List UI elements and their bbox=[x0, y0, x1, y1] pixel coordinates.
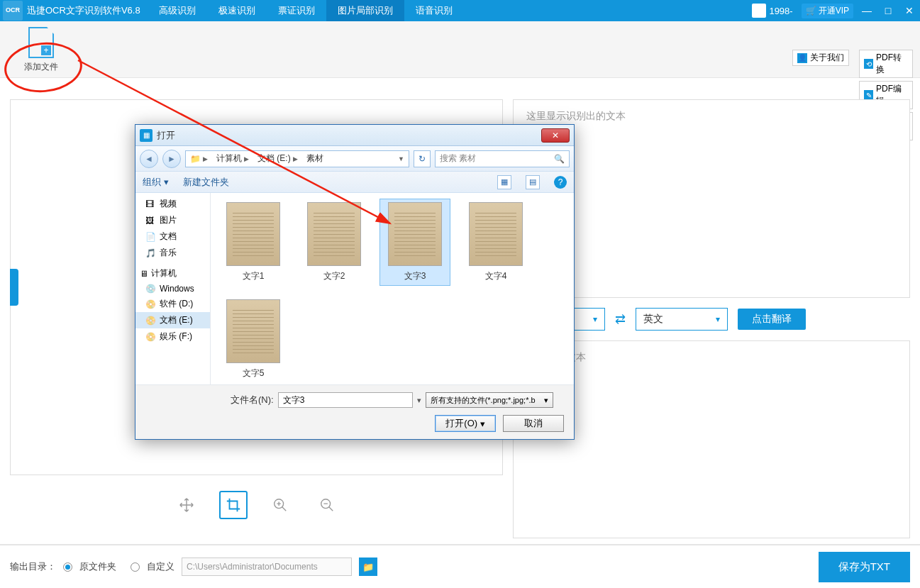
side-handle[interactable] bbox=[10, 269, 18, 306]
app-logo-icon: OCR bbox=[3, 1, 23, 21]
file-item[interactable]: 文字5 bbox=[218, 296, 289, 383]
about-button[interactable]: 👤 关于我们 bbox=[792, 50, 849, 66]
dialog-toolbar: 组织 ▾ 新建文件夹 ▦ ▤ ? bbox=[135, 172, 574, 193]
output-dir-label: 输出目录： bbox=[10, 560, 56, 573]
tab-fast[interactable]: 极速识别 bbox=[207, 0, 267, 21]
file-name: 文字3 bbox=[383, 270, 447, 282]
target-lang-select[interactable]: 英文▾ bbox=[636, 308, 728, 331]
target-lang-label: 英文 bbox=[643, 313, 663, 326]
file-filter-combo[interactable]: 所有支持的文件(*.png;*.jpg;*.b▾ bbox=[426, 392, 553, 408]
sidebar-group-computer[interactable]: 🖥计算机 bbox=[135, 265, 210, 282]
chevron-down-icon: ▾ bbox=[593, 314, 597, 324]
preview-tools bbox=[10, 491, 503, 519]
file-item[interactable]: 文字2 bbox=[299, 199, 370, 286]
save-txt-button[interactable]: 保存为TXT bbox=[819, 552, 910, 582]
file-open-dialog: ▦ 打开 ✕ ◄ ► 📁▶ 计算机▶ 文档 (E:)▶ 素材 ▼ ↻ 搜索 素材… bbox=[135, 124, 575, 440]
cart-icon: 🛒 bbox=[806, 6, 816, 16]
view-mode-button[interactable]: ▦ bbox=[497, 175, 511, 189]
sidebar-drive-d[interactable]: 📀软件 (D:) bbox=[135, 296, 210, 312]
pdf-convert-button[interactable]: ⟲PDF转换 bbox=[859, 50, 913, 78]
organize-menu[interactable]: 组织 ▾ bbox=[143, 176, 169, 189]
dialog-cancel-button[interactable]: 取消 bbox=[503, 415, 564, 432]
zoom-out-tool[interactable] bbox=[313, 491, 341, 519]
sidebar-item-documents[interactable]: 📄文档 bbox=[135, 228, 210, 245]
file-item[interactable]: 文字3 bbox=[379, 199, 450, 286]
sidebar-item-video[interactable]: 🎞视频 bbox=[135, 196, 210, 212]
refresh-button[interactable]: ↻ bbox=[414, 150, 431, 167]
titlebar: OCR 迅捷OCR文字识别软件V6.8 高级识别 极速识别 票证识别 图片局部识… bbox=[0, 0, 920, 21]
sidebar-drive-e[interactable]: 📀文档 (E:) bbox=[135, 312, 210, 328]
maximize-button[interactable]: □ bbox=[877, 5, 899, 16]
person-icon: 👤 bbox=[797, 53, 807, 63]
sidebar-item-music[interactable]: 🎵音乐 bbox=[135, 245, 210, 261]
move-tool[interactable] bbox=[172, 491, 201, 519]
sidebar-drive-c[interactable]: 💿Windows bbox=[135, 282, 210, 296]
breadcrumb-seg[interactable]: 计算机 bbox=[216, 152, 242, 165]
file-name: 文字4 bbox=[464, 270, 528, 282]
sidebar-label: 文档 bbox=[160, 231, 177, 243]
dialog-titlebar[interactable]: ▦ 打开 ✕ bbox=[135, 125, 574, 146]
tab-region[interactable]: 图片局部识别 bbox=[326, 0, 404, 21]
tab-voice[interactable]: 语音识别 bbox=[404, 0, 464, 21]
address-bar[interactable]: 📁▶ 计算机▶ 文档 (E:)▶ 素材 ▼ bbox=[185, 150, 409, 167]
vip-label: 开通VIP bbox=[819, 5, 849, 17]
toolbar-row: + 添加文件 👤 关于我们 ⟲PDF转换 ✎PDF编辑 ?软件帮助 bbox=[0, 21, 920, 78]
view-mode-button-2[interactable]: ▤ bbox=[526, 175, 540, 189]
file-name: 文字2 bbox=[302, 270, 366, 282]
close-button[interactable]: ✕ bbox=[899, 5, 920, 16]
radio-original-label: 原文件夹 bbox=[79, 560, 116, 573]
app-name: 迅捷OCR文字识别软件V6.8 bbox=[26, 4, 148, 17]
output-path-input[interactable] bbox=[182, 558, 352, 576]
new-folder-button[interactable]: 新建文件夹 bbox=[183, 176, 229, 189]
file-name: 文字5 bbox=[221, 367, 285, 379]
drive-icon: 📀 bbox=[145, 332, 157, 342]
document-add-icon: + bbox=[28, 27, 54, 58]
radio-original-folder[interactable] bbox=[63, 562, 72, 572]
dialog-search-input[interactable]: 搜索 素材 🔍 bbox=[435, 150, 570, 167]
user-section[interactable]: 1998- bbox=[746, 4, 798, 18]
vip-button[interactable]: 🛒 开通VIP bbox=[802, 4, 853, 18]
nav-forward-button[interactable]: ► bbox=[162, 150, 181, 168]
file-thumbnail bbox=[469, 202, 523, 266]
zoom-in-tool[interactable] bbox=[266, 491, 294, 519]
search-placeholder: 搜索 素材 bbox=[440, 152, 476, 165]
add-file-label: 添加文件 bbox=[13, 61, 70, 73]
radio-custom-folder[interactable] bbox=[131, 562, 140, 572]
sidebar-item-pictures[interactable]: 🖼图片 bbox=[135, 212, 210, 228]
filename-input[interactable] bbox=[278, 392, 413, 408]
browse-folder-button[interactable]: 📁 bbox=[359, 558, 377, 576]
sidebar-label: 软件 (D:) bbox=[160, 298, 193, 310]
util-label: PDF转换 bbox=[876, 52, 908, 76]
dialog-sidebar: 🎞视频 🖼图片 📄文档 🎵音乐 🖥计算机 💿Windows 📀软件 (D:) 📀… bbox=[135, 193, 211, 384]
dialog-open-button[interactable]: 打开(O) ▾ bbox=[435, 415, 496, 432]
minimize-button[interactable]: — bbox=[856, 5, 877, 16]
crop-tool[interactable] bbox=[219, 491, 248, 519]
file-item[interactable]: 文字4 bbox=[460, 199, 531, 286]
chevron-down-icon: ▾ bbox=[716, 314, 720, 324]
avatar-icon bbox=[752, 4, 766, 18]
convert-icon: ⟲ bbox=[864, 59, 873, 69]
file-item[interactable]: 文字1 bbox=[218, 199, 289, 286]
dialog-footer: 文件名(N): ▾ 所有支持的文件(*.png;*.jpg;*.b▾ 打开(O)… bbox=[135, 384, 574, 439]
bottom-bar: 输出目录： 原文件夹 自定义 📁 保存为TXT bbox=[0, 544, 920, 588]
sidebar-label: 图片 bbox=[160, 214, 177, 226]
dialog-title: 打开 bbox=[157, 129, 175, 142]
sidebar-label: 娱乐 (F:) bbox=[160, 331, 192, 343]
tab-advanced[interactable]: 高级识别 bbox=[148, 0, 207, 21]
video-icon: 🎞 bbox=[145, 199, 157, 209]
breadcrumb-seg[interactable]: 文档 (E:) bbox=[257, 152, 291, 165]
sidebar-label: 计算机 bbox=[151, 267, 177, 279]
breadcrumb-seg[interactable]: 素材 bbox=[306, 152, 323, 165]
translate-button[interactable]: 点击翻译 bbox=[738, 309, 806, 330]
nav-back-button[interactable]: ◄ bbox=[140, 150, 158, 168]
dialog-help-button[interactable]: ? bbox=[554, 176, 567, 189]
add-file-button[interactable]: + 添加文件 bbox=[13, 27, 70, 73]
folder-icon: 📁 bbox=[362, 562, 374, 572]
swap-icon[interactable]: ⇄ bbox=[615, 311, 626, 327]
file-thumbnail bbox=[226, 202, 280, 266]
computer-icon: 🖥 bbox=[140, 269, 148, 279]
tab-ticket[interactable]: 票证识别 bbox=[267, 0, 326, 21]
filter-label: 所有支持的文件(*.png;*.jpg;*.b bbox=[431, 395, 536, 406]
sidebar-drive-f[interactable]: 📀娱乐 (F:) bbox=[135, 328, 210, 345]
dialog-close-button[interactable]: ✕ bbox=[541, 128, 570, 143]
